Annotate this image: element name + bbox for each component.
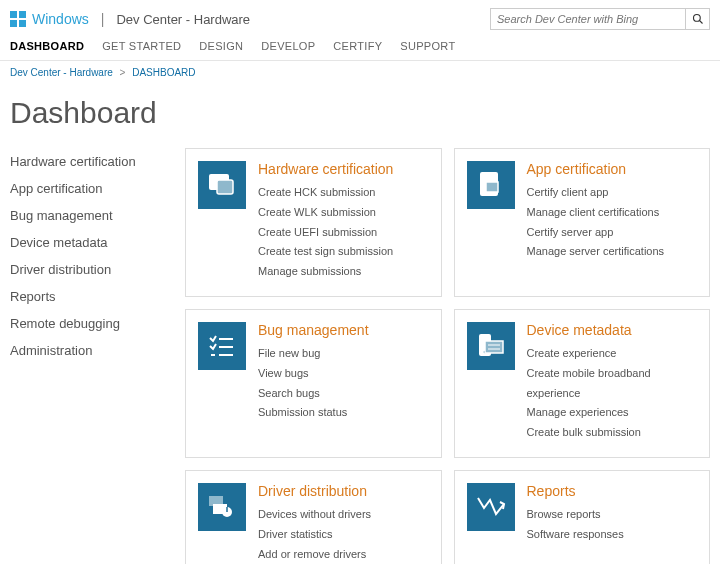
brand-block: Windows | Dev Center - Hardware <box>10 11 250 27</box>
card-link[interactable]: Create bulk submission <box>527 423 698 443</box>
card-title: Device metadata <box>527 322 698 338</box>
card-driver-distribution: Driver distribution Devices without driv… <box>185 470 442 564</box>
card-link[interactable]: Driver statistics <box>258 525 371 545</box>
card-body: Device metadata Create experience Create… <box>527 322 698 443</box>
card-link[interactable]: File new bug <box>258 344 369 364</box>
svg-rect-9 <box>486 182 498 192</box>
card-title: Bug management <box>258 322 369 338</box>
breadcrumb: Dev Center - Hardware > DASHBOARD <box>0 61 720 84</box>
card-body: Bug management File new bug View bugs Se… <box>258 322 369 423</box>
breadcrumb-root[interactable]: Dev Center - Hardware <box>10 67 113 78</box>
breadcrumb-separator: > <box>120 67 126 78</box>
svg-rect-0 <box>10 11 17 18</box>
windows-logo-icon <box>10 11 26 27</box>
card-link[interactable]: Submission status <box>258 403 369 423</box>
card-title: Driver distribution <box>258 483 371 499</box>
sidebar-item-reports[interactable]: Reports <box>10 283 165 310</box>
svg-rect-7 <box>217 180 233 194</box>
tab-design[interactable]: DESIGN <box>199 40 243 52</box>
card-hardware-certification: Hardware certification Create HCK submis… <box>185 148 442 297</box>
card-link[interactable]: Create mobile broadband experience <box>527 364 698 404</box>
top-bar: Windows | Dev Center - Hardware <box>0 0 720 36</box>
card-reports: Reports Browse reports Software response… <box>454 470 711 564</box>
driver-dist-icon <box>198 483 246 531</box>
card-link[interactable]: Certify server app <box>527 223 665 243</box>
sidebar-item-driver-distribution[interactable]: Driver distribution <box>10 256 165 283</box>
card-link[interactable]: Manage experiences <box>527 403 698 423</box>
card-title: Reports <box>527 483 624 499</box>
tab-dashboard[interactable]: DASHBOARD <box>10 40 84 52</box>
search-input[interactable] <box>491 13 685 25</box>
brand-name[interactable]: Windows <box>32 11 89 27</box>
search-box[interactable] <box>490 8 710 30</box>
tab-get-started[interactable]: GET STARTED <box>102 40 181 52</box>
card-link[interactable]: Search bugs <box>258 384 369 404</box>
svg-rect-16 <box>485 341 503 353</box>
card-link[interactable]: Certify client app <box>527 183 665 203</box>
card-link[interactable]: Create experience <box>527 344 698 364</box>
sidebar-item-hardware-certification[interactable]: Hardware certification <box>10 148 165 175</box>
sidebar-item-bug-management[interactable]: Bug management <box>10 202 165 229</box>
card-bug-management: Bug management File new bug View bugs Se… <box>185 309 442 458</box>
svg-rect-1 <box>19 11 26 18</box>
hardware-cert-icon <box>198 161 246 209</box>
svg-rect-2 <box>10 20 17 27</box>
app-cert-icon <box>467 161 515 209</box>
card-link[interactable]: Browse reports <box>527 505 624 525</box>
tab-develop[interactable]: DEVELOP <box>261 40 315 52</box>
breadcrumb-current: DASHBOARD <box>132 67 195 78</box>
svg-point-4 <box>693 15 700 22</box>
tab-certify[interactable]: CERTIFY <box>333 40 382 52</box>
card-link[interactable]: Create test sign submission <box>258 242 393 262</box>
page-title: Dashboard <box>0 84 720 148</box>
brand-subtitle[interactable]: Dev Center - Hardware <box>116 12 250 27</box>
card-link[interactable]: Manage client certifications <box>527 203 665 223</box>
card-device-metadata: Device metadata Create experience Create… <box>454 309 711 458</box>
card-title: Hardware certification <box>258 161 393 177</box>
bug-mgmt-icon <box>198 322 246 370</box>
card-link[interactable]: Manage server certifications <box>527 242 665 262</box>
svg-line-5 <box>699 21 702 24</box>
svg-rect-3 <box>19 20 26 27</box>
card-body: Driver distribution Devices without driv… <box>258 483 371 564</box>
card-link[interactable]: Create WLK submission <box>258 203 393 223</box>
sidebar: Hardware certification App certification… <box>10 148 165 564</box>
card-app-certification: App certification Certify client app Man… <box>454 148 711 297</box>
card-title: App certification <box>527 161 665 177</box>
card-link[interactable]: Manage submissions <box>258 262 393 282</box>
main-content: Hardware certification App certification… <box>0 148 720 564</box>
search-button[interactable] <box>685 9 709 29</box>
reports-icon <box>467 483 515 531</box>
card-link[interactable]: Add or remove drivers <box>258 545 371 564</box>
card-link[interactable]: Create UEFI submission <box>258 223 393 243</box>
card-link[interactable]: Devices without drivers <box>258 505 371 525</box>
search-icon <box>692 13 704 25</box>
card-link[interactable]: Software responses <box>527 525 624 545</box>
sidebar-item-app-certification[interactable]: App certification <box>10 175 165 202</box>
sidebar-item-administration[interactable]: Administration <box>10 337 165 364</box>
card-body: App certification Certify client app Man… <box>527 161 665 262</box>
card-link[interactable]: Create HCK submission <box>258 183 393 203</box>
nav-tabs: DASHBOARD GET STARTED DESIGN DEVELOP CER… <box>0 36 720 61</box>
sidebar-item-remote-debugging[interactable]: Remote debugging <box>10 310 165 337</box>
brand-separator: | <box>101 11 105 27</box>
tab-support[interactable]: SUPPORT <box>400 40 455 52</box>
dashboard-cards: Hardware certification Create HCK submis… <box>185 148 710 564</box>
card-body: Reports Browse reports Software response… <box>527 483 624 545</box>
device-metadata-icon <box>467 322 515 370</box>
card-body: Hardware certification Create HCK submis… <box>258 161 393 282</box>
sidebar-item-device-metadata[interactable]: Device metadata <box>10 229 165 256</box>
card-link[interactable]: View bugs <box>258 364 369 384</box>
